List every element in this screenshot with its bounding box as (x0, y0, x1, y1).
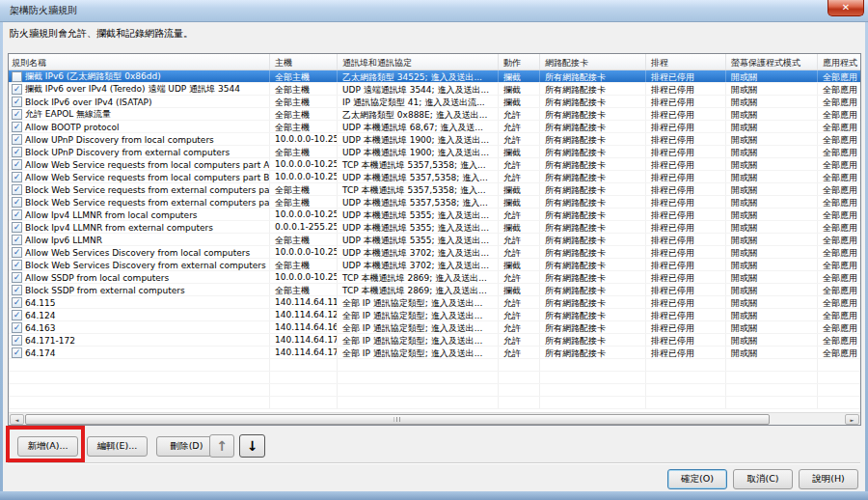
table-row[interactable]: ✓ 64.163 140.114.64.163 全部 IP 通訊協定類型; 進入… (9, 321, 860, 334)
rule-adapter: 所有網路配接卡 (540, 234, 646, 245)
table-row[interactable]: 攔截 IPv6 (乙太網路類型 0x86dd) 全部主機 乙太網路類型 3452… (9, 70, 860, 83)
edit-rule-button[interactable]: 編輯(E)... (87, 436, 148, 457)
rule-checkbox[interactable]: ✓ (12, 209, 22, 220)
table-row (9, 384, 860, 397)
table-row[interactable]: ✓ Block IPv6 over IPv4 (ISATAP) 全部主機 IP … (9, 96, 860, 108)
rule-adapter: 所有網路配接卡 (540, 271, 646, 283)
rule-checkbox[interactable]: ✓ (12, 159, 22, 170)
rule-application: 全部應用 (818, 246, 859, 258)
table-row[interactable]: ✓ Block Ipv4 LLMNR from external compute… (9, 221, 860, 234)
rule-checkbox[interactable]: ✓ (12, 310, 22, 320)
firewall-rules-dialog: 架構防火牆規則 ✕ 防火牆規則會允許、攔截和記錄網路流量。 規則名稱主機通訊埠和… (0, 0, 868, 500)
rule-screensaver: 開或關 (726, 133, 818, 145)
rule-checkbox[interactable]: ✓ (12, 172, 22, 182)
rule-checkbox[interactable]: ✓ (12, 297, 22, 308)
column-header[interactable]: 應用程式 (818, 54, 859, 69)
rule-schedule: 排程已停用 (646, 83, 726, 95)
rule-schedule: 排程已停用 (646, 208, 726, 220)
rule-host: 全部主機 (270, 96, 338, 107)
rule-application: 全部應用 (818, 321, 859, 333)
rule-screensaver: 開或關 (726, 221, 818, 233)
rule-schedule: 排程已停用 (646, 146, 726, 157)
rule-application: 全部應用 (818, 70, 859, 82)
table-row[interactable]: ✓ Block Web Service requests from extern… (9, 196, 860, 208)
move-up-button[interactable]: ↑ (209, 434, 234, 458)
move-down-button[interactable]: ↓ (239, 434, 265, 458)
column-header[interactable]: 網路配接卡 (540, 54, 646, 69)
table-row[interactable]: ✓ Block Web Services Discovery from exte… (9, 259, 860, 271)
rule-checkbox[interactable] (12, 71, 22, 82)
table-row[interactable]: ✓ Allow Ipv6 LLMNR 全部主機 UDP 本機通訊埠 5355; … (9, 234, 860, 246)
column-header[interactable]: 規則名稱 (9, 54, 270, 69)
scroll-left-icon[interactable]: ◄ (10, 414, 24, 425)
rule-ports: TCP 本機通訊埠 2869; 進入及送出... (338, 271, 499, 283)
table-row[interactable]: ✓ 允許 EAPOL 無線流量 全部主機 乙太網路類型 0x888E; 進入及送… (9, 108, 860, 121)
rule-checkbox[interactable]: ✓ (12, 197, 22, 208)
add-rule-button[interactable]: 新增(A)... (17, 436, 78, 457)
table-row[interactable]: ✓ Block SSDP from external computers 全部主… (9, 284, 860, 296)
rule-checkbox[interactable]: ✓ (12, 322, 22, 333)
close-icon[interactable]: ✕ (827, 0, 864, 16)
column-header[interactable]: 通訊埠和通訊協定 (338, 54, 499, 69)
table-row[interactable]: ✓ Allow Web Services Discovery from loca… (9, 246, 860, 259)
rule-host: 全部主機 (270, 70, 338, 82)
column-header[interactable]: 排程 (646, 54, 726, 69)
rule-name: 允許 EAPOL 無線流量 (25, 108, 111, 120)
help-button[interactable]: 說明(H) (799, 469, 858, 489)
rule-checkbox[interactable]: ✓ (12, 109, 22, 120)
ok-button[interactable]: 確定(O) (667, 469, 727, 489)
rule-checkbox[interactable]: ✓ (12, 222, 22, 233)
rule-checkbox[interactable]: ✓ (12, 184, 22, 195)
rule-checkbox[interactable]: ✓ (12, 285, 22, 295)
table-row[interactable]: ✓ Block Web Service requests from extern… (9, 183, 860, 196)
table-row[interactable]: ✓ Allow Ipv4 LLMNR from local computers … (9, 208, 860, 221)
cancel-button[interactable]: 取消(C) (733, 469, 793, 489)
column-header[interactable]: 主機 (270, 54, 338, 69)
rule-name: Allow SSDP from local computers (25, 273, 169, 283)
rule-screensaver: 開或關 (726, 146, 818, 157)
table-row[interactable]: ✓ 攔截 IPv6 over IPv4 (Teredo) 遠端 UDP 通訊埠 … (9, 83, 860, 96)
rule-adapter: 所有網路配接卡 (540, 183, 646, 195)
rule-adapter: 所有網路配接卡 (540, 221, 646, 233)
rule-host: 10.0.0.0-10.255.... (270, 208, 338, 220)
table-row[interactable]: ✓ 64.124 140.114.64.124 全部 IP 通訊協定類型; 進入… (9, 309, 860, 321)
scroll-right-icon[interactable]: ► (845, 414, 859, 425)
rule-action: 允許 (499, 234, 540, 245)
rule-checkbox[interactable]: ✓ (12, 272, 22, 283)
table-row[interactable]: ✓ 64.115 140.114.64.115 全部 IP 通訊協定類型; 進入… (9, 296, 860, 309)
rule-checkbox[interactable]: ✓ (12, 247, 22, 258)
rule-action: 允許 (499, 171, 540, 182)
table-row[interactable]: ✓ Block UPnP Discovery from external com… (9, 146, 860, 158)
table-row[interactable]: ✓ Allow Web Service requests from local … (9, 171, 860, 183)
rule-schedule: 排程已停用 (646, 309, 726, 320)
table-row[interactable]: ✓ 64.171-172 140.114.64.171-... 全部 IP 通訊… (9, 334, 860, 347)
rule-name: Block Web Service requests from external… (25, 198, 270, 208)
rule-checkbox[interactable]: ✓ (12, 235, 22, 245)
rule-application: 全部應用 (818, 296, 859, 308)
rule-checkbox[interactable]: ✓ (12, 97, 22, 107)
horizontal-scrollbar[interactable]: ◄ ► (9, 412, 860, 425)
table-row (9, 397, 860, 409)
rule-adapter (540, 359, 646, 371)
rule-checkbox[interactable]: ✓ (12, 260, 22, 270)
rule-action: 允許 (499, 321, 540, 333)
rule-checkbox[interactable]: ✓ (12, 84, 22, 95)
rule-schedule: 排程已停用 (646, 246, 726, 258)
column-header[interactable]: 螢幕保護程式模式 (726, 54, 818, 69)
rule-schedule: 排程已停用 (646, 133, 726, 145)
rule-adapter: 所有網路配接卡 (540, 321, 646, 333)
table-row[interactable]: ✓ Allow Web Service requests from local … (9, 158, 860, 171)
scrollbar-thumb[interactable] (25, 414, 770, 425)
table-row[interactable]: ✓ 64.174 140.114.64.174 全部 IP 通訊協定類型; 進入… (9, 347, 860, 359)
rule-checkbox[interactable]: ✓ (12, 347, 22, 358)
rule-checkbox[interactable]: ✓ (12, 122, 22, 132)
rule-checkbox[interactable]: ✓ (12, 134, 22, 145)
table-row[interactable]: ✓ Allow BOOTP protocol 全部主機 UDP 本機通訊埠 68… (9, 121, 860, 133)
rule-checkbox[interactable]: ✓ (12, 147, 22, 157)
delete-rule-button[interactable]: 刪除(D) (156, 436, 217, 457)
rule-host: 10.0.0.0-10.255.... (270, 246, 338, 258)
table-row[interactable]: ✓ Allow UPnP Discovery from local comput… (9, 133, 860, 146)
column-header[interactable]: 動作 (499, 54, 540, 69)
rule-checkbox[interactable]: ✓ (12, 335, 22, 346)
table-row[interactable]: ✓ Allow SSDP from local computers 10.0.0… (9, 271, 860, 284)
